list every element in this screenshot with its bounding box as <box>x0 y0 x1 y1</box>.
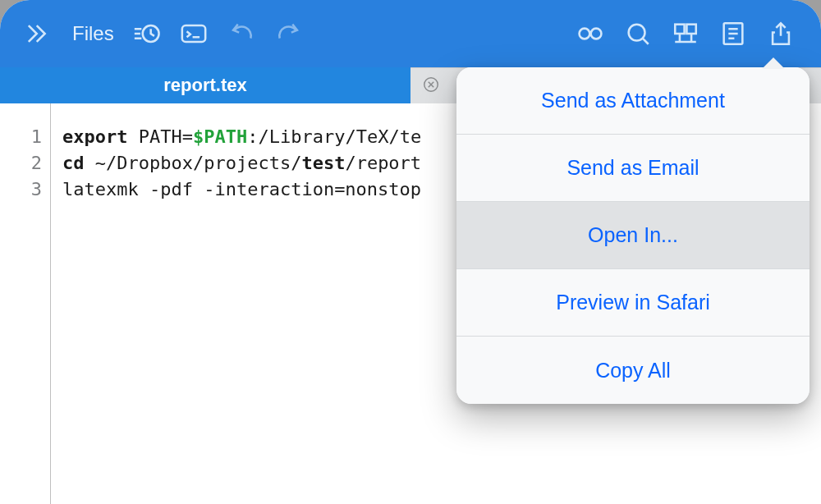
svg-line-10 <box>643 39 649 44</box>
panel-icon[interactable] <box>662 10 709 57</box>
menu-item-send-attachment[interactable]: Send as Attachment <box>456 67 810 135</box>
svg-rect-4 <box>182 25 205 42</box>
terminal-icon[interactable] <box>170 10 218 57</box>
menu-item-preview-safari[interactable]: Preview in Safari <box>456 269 810 337</box>
app-window: Files report.tex <box>0 0 821 504</box>
undo-icon[interactable] <box>218 10 265 57</box>
line-number: 1 <box>0 123 50 149</box>
share-popover: Send as Attachment Send as Email Open In… <box>456 67 810 404</box>
files-button[interactable]: Files <box>64 22 122 45</box>
line-number: 2 <box>0 149 50 176</box>
tab-active-label: report.tex <box>163 75 246 96</box>
svg-point-7 <box>591 29 602 39</box>
share-menu: Send as Attachment Send as Email Open In… <box>456 67 810 404</box>
document-icon[interactable] <box>709 10 757 57</box>
redo-icon[interactable] <box>265 10 313 57</box>
share-icon[interactable] <box>757 10 805 57</box>
expand-icon[interactable] <box>16 10 64 57</box>
search-icon[interactable] <box>614 10 662 57</box>
line-number: 3 <box>0 176 50 202</box>
reader-icon[interactable] <box>566 10 614 57</box>
tab-active[interactable]: report.tex <box>0 67 410 103</box>
menu-item-open-in[interactable]: Open In... <box>456 202 810 269</box>
svg-rect-11 <box>675 25 684 34</box>
toolbar: Files <box>0 0 821 67</box>
menu-item-copy-all[interactable]: Copy All <box>456 337 810 404</box>
close-icon[interactable] <box>422 76 440 97</box>
recent-icon[interactable] <box>122 10 170 57</box>
svg-point-9 <box>629 25 645 41</box>
svg-rect-12 <box>686 25 695 34</box>
svg-point-6 <box>580 29 590 39</box>
menu-item-send-email[interactable]: Send as Email <box>456 135 810 202</box>
line-number-gutter: 1 2 3 <box>0 103 51 504</box>
